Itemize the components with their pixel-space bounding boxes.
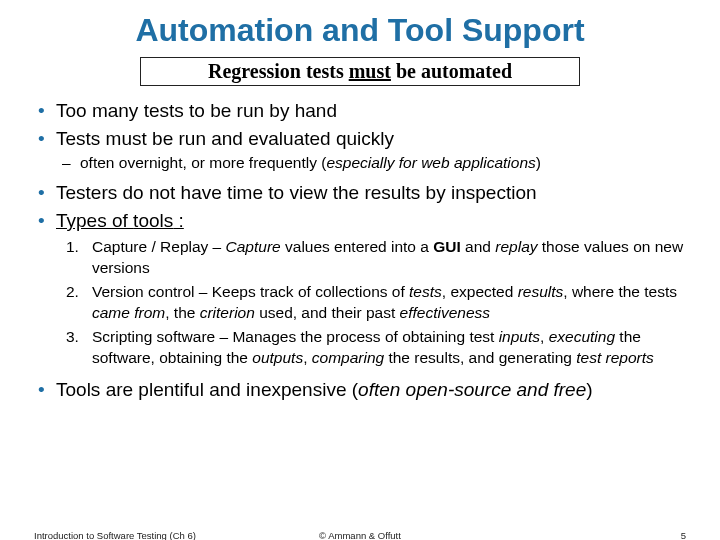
bullet-list-3: Tools are plentiful and inexpensive (oft… xyxy=(34,377,686,403)
t3-c: , xyxy=(540,328,549,345)
bullet-list: Too many tests to be run by hand Tests m… xyxy=(34,98,686,151)
sub-text-b: especially for web applications xyxy=(326,154,535,171)
t1-e: and xyxy=(461,238,495,255)
t3-g: , xyxy=(303,349,312,366)
slide: Automation and Tool Support Regression t… xyxy=(0,0,720,540)
numbered-list: 1. Capture / Replay – Capture values ent… xyxy=(34,237,686,369)
b5-c: ) xyxy=(586,379,592,400)
sub-bullet-1: often overnight, or more frequently (esp… xyxy=(62,153,686,174)
subtitle-text: Regression tests must be automated xyxy=(141,60,579,83)
sub-bullet-list: often overnight, or more frequently (esp… xyxy=(34,153,686,174)
bullet-2: Tests must be run and evaluated quickly xyxy=(34,126,686,152)
t2-b: tests xyxy=(409,283,442,300)
bullet-list-2: Testers do not have time to view the res… xyxy=(34,180,686,233)
t2-j: effectiveness xyxy=(400,304,490,321)
t1-f: replay xyxy=(495,238,537,255)
num-3: 3. xyxy=(66,327,79,348)
t1-a: Capture / Replay – xyxy=(92,238,226,255)
num-2: 2. xyxy=(66,282,79,303)
t3-d: executing xyxy=(549,328,615,345)
t2-c: , expected xyxy=(442,283,518,300)
bullet-5: Tools are plentiful and inexpensive (oft… xyxy=(34,377,686,403)
t1-c: values entered into a xyxy=(281,238,434,255)
tool-3: 3. Scripting software – Manages the proc… xyxy=(62,327,686,369)
subtitle-box: Regression tests must be automated xyxy=(140,57,580,86)
b4-c: : xyxy=(173,210,184,231)
t2-f: came from xyxy=(92,304,165,321)
b5-a: Tools are plentiful and inexpensive ( xyxy=(56,379,358,400)
t2-a: Version control – Keeps track of collect… xyxy=(92,283,409,300)
tool-2: 2. Version control – Keeps track of coll… xyxy=(62,282,686,324)
t3-i: the results, and generating xyxy=(384,349,576,366)
t2-d: results xyxy=(518,283,564,300)
t1-b: Capture xyxy=(226,238,281,255)
footer-center: © Ammann & Offutt xyxy=(0,530,720,540)
t3-b: inputs xyxy=(499,328,540,345)
subtitle-post: be automated xyxy=(391,60,512,82)
slide-title: Automation and Tool Support xyxy=(34,12,686,49)
t2-i: used, and their past xyxy=(255,304,400,321)
t1-d: GUI xyxy=(433,238,461,255)
t2-h: criterion xyxy=(200,304,255,321)
t3-a: Scripting software – Manages the process… xyxy=(92,328,499,345)
sub-text-c: ) xyxy=(536,154,541,171)
sub-text-a: often overnight, or more frequently ( xyxy=(80,154,326,171)
t3-h: comparing xyxy=(312,349,384,366)
bullet-1: Too many tests to be run by hand xyxy=(34,98,686,124)
subtitle-emph: must xyxy=(349,60,391,82)
tool-1: 1. Capture / Replay – Capture values ent… xyxy=(62,237,686,279)
t2-e: , where the tests xyxy=(563,283,677,300)
b5-b: often open-source and free xyxy=(358,379,586,400)
t3-j: test reports xyxy=(576,349,654,366)
footer-right: 5 xyxy=(681,530,686,540)
bullet-4: Types of tools : xyxy=(34,208,686,234)
num-1: 1. xyxy=(66,237,79,258)
b4-a: Types of xyxy=(56,210,133,231)
b4-b: tools xyxy=(133,210,173,231)
bullet-3: Testers do not have time to view the res… xyxy=(34,180,686,206)
subtitle-pre: Regression tests xyxy=(208,60,349,82)
t3-f: outputs xyxy=(252,349,303,366)
t2-g: , the xyxy=(165,304,199,321)
